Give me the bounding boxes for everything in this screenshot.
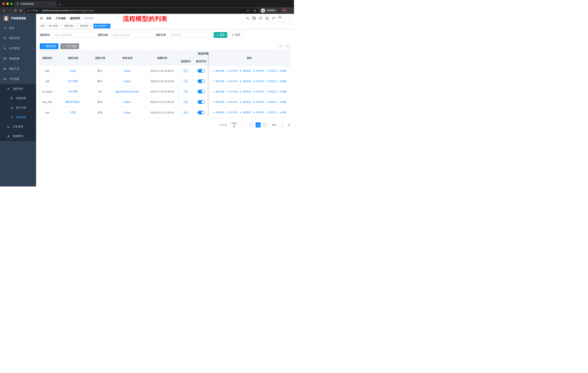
version-tag[interactable]: v21 [182, 111, 189, 114]
github-icon[interactable] [252, 17, 256, 20]
tag-process-form[interactable]: 流程表单× [78, 24, 92, 28]
process-name-link[interactable]: 自己审批 [68, 80, 78, 83]
action-definition-link[interactable]: 流程定义 [266, 111, 277, 114]
action-modify-link[interactable]: 修改流程 [213, 111, 224, 114]
action-modify-link[interactable]: 修改流程 [213, 101, 224, 104]
action-design-link[interactable]: 设计流程 [226, 69, 238, 72]
tag-process-model[interactable]: 流程模型× [94, 24, 110, 28]
tab-close-icon[interactable] [53, 3, 55, 5]
sidebar-item-devtools[interactable]: 研发工具 [0, 64, 36, 74]
window-controls[interactable] [2, 2, 13, 5]
sidebar-item-process-model[interactable]: 流程模型 [0, 112, 36, 122]
action-assign-link[interactable]: 分配规则 [239, 101, 251, 104]
form-info-link[interactable]: biubiu [124, 111, 131, 114]
active-status-toggle[interactable] [198, 111, 205, 114]
breadcrumb-workflow[interactable]: 工作流程 [56, 17, 66, 20]
active-status-toggle[interactable] [198, 69, 205, 73]
form-info-link[interactable]: biubiu [124, 80, 131, 83]
form-info-link[interactable]: biubiu [124, 69, 131, 72]
create-process-button[interactable]: 新建流程 [40, 43, 59, 49]
toggle-search-button[interactable] [278, 43, 283, 49]
sidebar-item-task-management[interactable]: 任务管理 [0, 122, 36, 131]
active-status-toggle[interactable] [198, 80, 205, 83]
action-delete-link[interactable]: 删除 [279, 111, 286, 114]
action-delete-link[interactable]: 删除 [279, 90, 286, 93]
goto-page-input[interactable] [278, 122, 286, 128]
action-assign-link[interactable]: 分配规则 [239, 90, 251, 93]
sidebar-item-payment[interactable]: 支付管理 [0, 43, 36, 53]
window-zoom-button[interactable] [10, 2, 13, 5]
browser-home-button[interactable] [18, 8, 23, 13]
sidebar-item-home[interactable]: 首页 [0, 23, 36, 33]
new-tab-button[interactable] [59, 3, 62, 6]
reset-button[interactable]: 重置 [229, 32, 243, 38]
process-name-link[interactable]: 测试多审批人 [65, 100, 81, 104]
action-definition-link[interactable]: 流程定义 [266, 69, 277, 72]
version-tag[interactable]: v17 [182, 69, 189, 73]
import-process-button[interactable]: 导入流程 [60, 43, 79, 49]
active-status-toggle[interactable] [198, 90, 205, 93]
process-name-link[interactable]: eeee [70, 69, 76, 72]
password-key-icon[interactable] [247, 9, 250, 12]
action-delete-link[interactable]: 删除 [279, 80, 286, 83]
user-avatar[interactable] [278, 15, 285, 22]
action-definition-link[interactable]: 流程定义 [266, 80, 277, 83]
page-size-select[interactable]: 10条/页 [229, 122, 247, 128]
action-design-link[interactable]: 设计流程 [226, 90, 238, 93]
sidebar-item-workflow[interactable]: 工作流程 [0, 74, 36, 84]
action-publish-link[interactable]: 发布流程 [253, 90, 264, 93]
avatar-dropdown-caret-icon[interactable] [288, 17, 291, 20]
version-tag[interactable]: v2 [183, 80, 189, 83]
action-design-link[interactable]: 设计流程 [226, 111, 238, 114]
form-info-link[interactable]: biubiu [124, 101, 131, 103]
search-button[interactable]: 搜索 [214, 32, 227, 38]
browser-forward-button[interactable] [7, 8, 12, 13]
action-definition-link[interactable]: 流程定义 [266, 101, 277, 104]
breadcrumb-process-management[interactable]: 流程管理 [70, 17, 80, 20]
window-close-button[interactable] [2, 2, 5, 5]
action-assign-link[interactable]: 分配规则 [239, 69, 251, 72]
browser-tab[interactable]: 芋道管理系统 [14, 1, 56, 7]
browser-update-button[interactable]: 更新 [280, 8, 292, 13]
help-icon[interactable] [259, 17, 262, 20]
breadcrumb-home[interactable]: 首页 [46, 17, 52, 20]
sidebar-item-infra[interactable]: 基础设施 [0, 53, 36, 64]
next-page-button[interactable] [262, 122, 268, 128]
refresh-table-button[interactable] [285, 43, 290, 49]
not-secure-label[interactable]: 不安全 [31, 9, 38, 12]
prev-page-button[interactable] [249, 122, 254, 128]
fullscreen-icon[interactable] [265, 17, 269, 20]
sidebar-item-process-form[interactable]: 流程表单 [0, 94, 36, 103]
tag-close-icon[interactable]: × [90, 25, 91, 27]
window-minimize-button[interactable] [6, 2, 9, 5]
tag-home[interactable]: 首页 [39, 24, 46, 28]
process-name-link[interactable]: OA 请假 [68, 90, 78, 93]
version-tag[interactable]: v5 [183, 90, 189, 93]
sidebar-logo[interactable]: 芋道管理系统 [0, 14, 36, 23]
current-page-button[interactable]: 1 [256, 122, 261, 128]
process-name-input[interactable] [110, 32, 154, 38]
action-modify-link[interactable]: 修改流程 [213, 90, 224, 93]
tag-close-icon[interactable]: × [107, 25, 109, 27]
sidebar-item-user-group[interactable]: 用户分组 [0, 103, 36, 112]
font-size-icon[interactable]: TT [272, 17, 275, 20]
header-search-icon[interactable] [246, 17, 249, 20]
action-publish-link[interactable]: 发布流程 [253, 101, 264, 104]
sidebar-item-leave-query[interactable]: 请假查询 [0, 131, 36, 141]
action-publish-link[interactable]: 发布流程 [253, 69, 264, 72]
browser-menu-dots-icon[interactable] [288, 9, 291, 12]
tag-my-process[interactable]: 我的流程× [63, 24, 77, 28]
update-label[interactable]: 更新 [282, 9, 287, 12]
action-definition-link[interactable]: 流程定义 [266, 90, 277, 93]
process-category-select[interactable]: 流程分类 [168, 32, 212, 38]
action-assign-link[interactable]: 分配规则 [239, 80, 251, 83]
action-delete-link[interactable]: 删除 [279, 101, 286, 104]
action-design-link[interactable]: 设计流程 [226, 101, 238, 104]
process-key-input[interactable] [52, 32, 96, 38]
action-publish-link[interactable]: 发布流程 [253, 80, 264, 83]
address-bar[interactable]: 不安全 dashboard.yudao.iocoder.cn/bpm/manag… [25, 8, 259, 13]
sidebar-item-system[interactable]: 系统管理 [0, 33, 36, 43]
action-modify-link[interactable]: 修改流程 [213, 80, 224, 83]
bookmark-star-icon[interactable] [253, 9, 256, 12]
action-design-link[interactable]: 设计流程 [226, 80, 238, 83]
